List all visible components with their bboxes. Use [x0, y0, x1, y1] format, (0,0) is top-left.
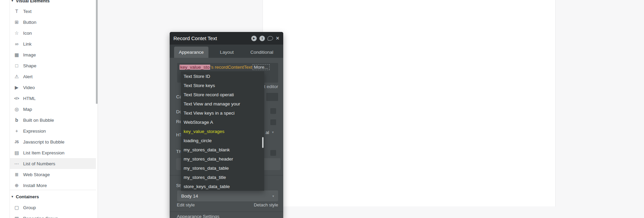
shape-icon: □ [13, 63, 20, 68]
suggestion-item[interactable]: my_stores_data_header [181, 154, 264, 164]
chevron-down-icon: ▾ [272, 194, 274, 198]
panel-title: Record Contet Text [173, 35, 217, 41]
plus-icon: + [13, 128, 20, 134]
sidebar-item-alert[interactable]: ⚠Alert [10, 71, 96, 82]
section-header-containers[interactable]: ▾ Containers [12, 193, 39, 200]
sidebar-item-label: Icon [23, 31, 32, 36]
sidebar-item-list-item-expression[interactable]: ▤List Item Expression [10, 147, 96, 158]
sidebar-item-label: Button [23, 20, 36, 25]
suggestion-item-highlighted[interactable]: key_value_storages [181, 127, 264, 136]
sidebar-item-link[interactable]: ∞Link [10, 38, 96, 49]
panel-tab-bar: Appearance Layout Conditional [170, 45, 283, 58]
sidebar-item-label: Shape [23, 63, 36, 68]
sidebar-item-text[interactable]: TText [10, 6, 96, 17]
sidebar-item-video[interactable]: ▶Video [10, 82, 96, 93]
tab-layout[interactable]: Layout [208, 47, 245, 58]
star-icon: ☆ [13, 30, 20, 36]
suggestion-item[interactable]: store_keys_data_table [181, 182, 264, 191]
image-icon: ▦ [13, 52, 20, 57]
sidebar-item-map[interactable]: ◎Map [10, 104, 96, 115]
sidebar-item-label: Alert [23, 74, 33, 79]
expression-more-button[interactable]: More... [253, 64, 270, 70]
section-header-label: Containers [16, 194, 39, 199]
tab-appearance[interactable]: Appearance [174, 47, 208, 58]
checkbox[interactable] [270, 150, 276, 156]
sidebar-item-button[interactable]: ⊞Button [10, 17, 96, 28]
sidebar-item-list-of-numbers[interactable]: ⋯List of Numbers [10, 158, 96, 169]
section-header-visual-elements[interactable]: ▾ Visual Elements [12, 0, 50, 4]
detach-style-link[interactable]: Detach style [254, 202, 278, 207]
chevron-down-icon: ▾ [272, 130, 274, 134]
sidebar-item-label: Video [23, 85, 35, 90]
bubble-logo-icon: b [13, 117, 20, 123]
sidebar-item-label: Map [23, 107, 32, 112]
sidebar-item-label: Expression [23, 129, 46, 134]
info-icon[interactable]: i [259, 36, 265, 41]
clipboard-icon: ▤ [13, 150, 20, 155]
advanced-text-editor-link[interactable]: xt editor [262, 84, 278, 89]
html-tag-dropdown-value[interactable]: al [266, 130, 269, 135]
checkbox[interactable] [270, 108, 276, 114]
plus-circle-icon: ⊕ [13, 183, 20, 188]
sidebar-item-label: Built on Bubble [23, 118, 54, 123]
warning-triangle-icon: ⚠ [13, 74, 20, 79]
text-icon: T [13, 9, 20, 14]
sidebar-item-label: Link [23, 41, 32, 47]
sidebar-item-icon[interactable]: ☆Icon [10, 28, 96, 38]
suggestion-item[interactable]: loading_circle [181, 136, 264, 145]
suggestion-item[interactable]: Text Store ID [181, 72, 264, 81]
suggestion-item[interactable]: my_stores_data_blank [181, 145, 264, 154]
field-control[interactable] [266, 93, 278, 101]
sidebar-item-html[interactable]: </>HTML [10, 93, 96, 104]
sidebar-item-label: Web Storage [23, 172, 50, 177]
close-icon[interactable]: ✕ [276, 36, 279, 41]
sidebar-item-label: Image [23, 52, 36, 57]
suggestion-item[interactable]: Text View and manage your [181, 99, 264, 108]
sidebar-scrollbar[interactable] [96, 0, 98, 104]
sidebar-item-label: Install More [23, 183, 47, 188]
panel-header[interactable]: Record Contet Text ▶ i ✕ [170, 32, 283, 45]
tab-conditional[interactable]: Conditional [243, 47, 281, 58]
sidebar-item-shape[interactable]: □Shape [10, 60, 96, 71]
suggestion-item[interactable]: WebStorage A [181, 118, 264, 127]
expression-rest[interactable]: 's recordContentText [210, 65, 252, 70]
map-pin-icon: ◎ [13, 106, 20, 112]
checkbox[interactable] [270, 119, 276, 125]
edit-style-link[interactable]: Edit style [177, 202, 195, 207]
code-brackets-icon: </> [13, 97, 20, 100]
sidebar-item-built-on-bubble[interactable]: bBuilt on Bubble [10, 115, 96, 125]
expression-selected-token[interactable]: key_value_sto [180, 65, 210, 70]
suggestion-item[interactable]: Text Store record operati [181, 90, 264, 99]
editor-canvas-page [262, 0, 556, 206]
preview-play-icon[interactable]: ▶ [251, 36, 257, 41]
sidebar-item-expression[interactable]: +Expression [10, 125, 96, 136]
sidebar-item-image[interactable]: ▦Image [10, 49, 96, 60]
autocomplete-dropdown: Text Store ID Text Store keys Text Store… [181, 71, 264, 191]
elements-sidebar: ▾ Visual Elements TText ⊞Button ☆Icon ∞L… [0, 0, 98, 218]
repeating-group-icon: ▥ [13, 216, 20, 218]
suggestion-item[interactable]: my_stores_data_table [181, 164, 264, 173]
js-icon: JS [13, 140, 20, 144]
sidebar-item-label: Text [23, 9, 32, 14]
section-header-label: Visual Elements [16, 0, 50, 3]
style-dropdown[interactable]: Body 14 ▾ [177, 190, 278, 201]
section-divider [10, 190, 96, 190]
suggestion-item[interactable]: Text View keys in a speci [181, 108, 264, 118]
dropdown-scrollbar[interactable] [262, 137, 264, 148]
suggestion-item[interactable]: Text Store keys [181, 81, 264, 90]
ellipsis-icon: ⋯ [13, 161, 20, 166]
appearance-settings-label: Appearance Settings [177, 214, 219, 218]
storage-lines-icon: ≣ [13, 172, 20, 177]
sidebar-item-label: HTML [23, 96, 36, 101]
group-frame-icon: ▢ [13, 205, 20, 210]
collapse-triangle-icon: ▾ [12, 0, 13, 2]
comment-icon[interactable] [268, 36, 273, 40]
suggestion-item[interactable]: my_stores_data_title [181, 173, 264, 182]
sidebar-item-repeating-group[interactable]: ▥Repeating Group [10, 213, 96, 218]
sidebar-item-web-storage[interactable]: ≣Web Storage [10, 169, 96, 180]
sidebar-item-label: Javascript to Bubble [23, 139, 65, 145]
sidebar-item-javascript-to-bubble[interactable]: JSJavascript to Bubble [10, 136, 96, 147]
sidebar-item-label: Group [23, 205, 36, 210]
sidebar-item-install-more[interactable]: ⊕Install More [10, 180, 96, 191]
sidebar-item-group[interactable]: ▢Group [10, 202, 96, 213]
